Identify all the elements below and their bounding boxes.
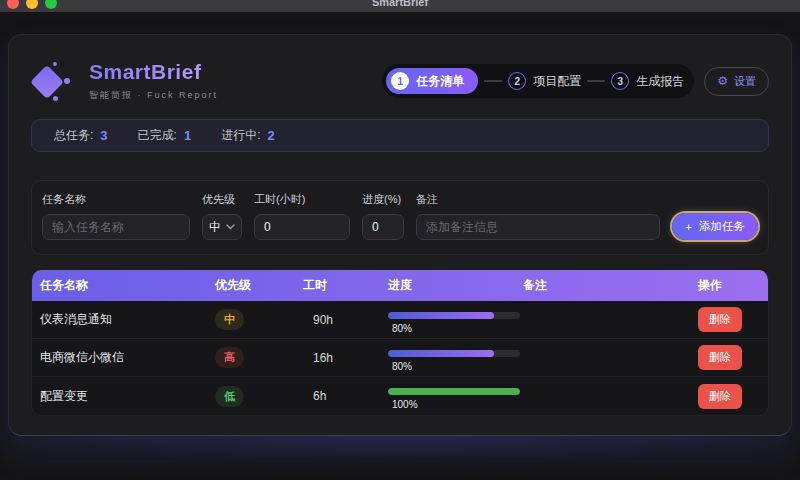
progress-percent-label: 100% <box>388 399 523 410</box>
priority-badge: 高 <box>215 347 244 368</box>
task-name-input[interactable] <box>42 214 190 240</box>
hours-cell: 16h <box>303 351 388 365</box>
step-project-config[interactable]: 2 项目配置 <box>508 72 581 90</box>
chevron-down-icon <box>226 224 235 230</box>
card-glow <box>40 436 760 466</box>
stat-ongoing-value: 2 <box>268 128 275 143</box>
progress-bar-track <box>388 388 520 395</box>
col-header-name: 任务名称 <box>40 277 215 294</box>
progress-percent-label: 80% <box>388 361 523 372</box>
col-header-hours: 工时 <box>303 277 388 294</box>
task-name-cell: 配置变更 <box>40 388 215 405</box>
delete-task-button[interactable]: 删除 <box>698 384 742 409</box>
window-titlebar: SmartBrief <box>0 0 800 12</box>
delete-task-button[interactable]: 删除 <box>698 345 742 370</box>
progress-cell: 100% <box>388 382 523 410</box>
step-connector <box>587 80 605 82</box>
step-number: 3 <box>611 72 629 90</box>
progress-cell: 80% <box>388 344 523 372</box>
progress-bar-fill <box>388 350 494 357</box>
progress-bar-fill <box>388 388 520 395</box>
step-number: 2 <box>508 72 526 90</box>
diamond-icon <box>30 65 64 99</box>
stat-done-value: 1 <box>184 128 191 143</box>
progress-bar-track <box>388 312 520 319</box>
wizard-stepper: 1 任务清单 2 项目配置 3 生成报告 <box>382 64 694 98</box>
table-header-row: 任务名称 优先级 工时 进度 备注 操作 <box>32 270 768 301</box>
priority-badge: 低 <box>215 386 244 407</box>
table-row: 仪表消息通知 中 90h 80% 删除 <box>32 301 768 339</box>
priority-selected-value: 中 <box>209 219 221 236</box>
priority-select[interactable]: 中 <box>202 214 242 240</box>
stat-ongoing: 进行中:2 <box>221 127 275 144</box>
main-window-card: SmartBrief 智能简报 · Fuck Report 1 任务清单 2 项… <box>8 34 792 436</box>
app-subtitle: 智能简报 · Fuck Report <box>89 89 218 102</box>
task-name-cell: 仪表消息通知 <box>40 311 215 328</box>
col-header-progress: 进度 <box>388 277 523 294</box>
stats-bar: 总任务:3 已完成:1 进行中:2 <box>31 119 769 152</box>
progress-bar-track <box>388 350 520 357</box>
progress-input[interactable] <box>362 214 404 240</box>
progress-cell: 80% <box>388 306 523 334</box>
hours-cell: 90h <box>303 313 388 327</box>
priority-label: 优先级 <box>202 192 242 207</box>
task-name-label: 任务名称 <box>42 192 190 207</box>
add-task-form: 任务名称 优先级 中 工时(小时) 进度(%) 备注 + 添加任务 <box>31 180 769 255</box>
app-title: SmartBrief <box>89 60 218 84</box>
hours-input[interactable] <box>254 214 350 240</box>
stat-total-value: 3 <box>100 128 107 143</box>
delete-task-button[interactable]: 删除 <box>698 307 742 332</box>
settings-label: 设置 <box>734 74 756 89</box>
note-label: 备注 <box>416 192 660 207</box>
app-header: SmartBrief 智能简报 · Fuck Report 1 任务清单 2 项… <box>31 35 769 111</box>
step-label: 生成报告 <box>636 73 684 90</box>
task-name-cell: 电商微信小微信 <box>40 349 215 366</box>
step-generate-report[interactable]: 3 生成报告 <box>611 72 684 90</box>
app-logo-icon <box>31 59 75 103</box>
progress-percent-label: 80% <box>388 323 523 334</box>
gear-icon: ⚙ <box>717 75 728 87</box>
table-row: 电商微信小微信 高 16h 80% 删除 <box>32 339 768 377</box>
note-input[interactable] <box>416 214 660 240</box>
progress-bar-fill <box>388 312 494 319</box>
plus-icon: + <box>685 221 692 233</box>
stat-total: 总任务:3 <box>54 127 108 144</box>
progress-label: 进度(%) <box>362 192 404 207</box>
settings-button[interactable]: ⚙ 设置 <box>704 67 769 96</box>
add-task-button[interactable]: + 添加任务 <box>672 213 758 240</box>
col-header-priority: 优先级 <box>215 277 303 294</box>
step-label: 任务清单 <box>416 73 464 90</box>
col-header-action: 操作 <box>698 277 760 294</box>
hours-cell: 6h <box>303 389 388 403</box>
step-connector <box>484 80 502 82</box>
task-table: 任务名称 优先级 工时 进度 备注 操作 仪表消息通知 中 90h 80% 删除… <box>31 270 769 416</box>
brand: SmartBrief 智能简报 · Fuck Report <box>31 59 218 103</box>
step-task-list[interactable]: 1 任务清单 <box>386 68 478 94</box>
window-title: SmartBrief <box>0 0 800 8</box>
col-header-note: 备注 <box>523 277 698 294</box>
priority-badge: 中 <box>215 309 244 330</box>
stat-done: 已完成:1 <box>138 127 192 144</box>
step-label: 项目配置 <box>533 73 581 90</box>
hours-label: 工时(小时) <box>254 192 350 207</box>
step-number: 1 <box>391 72 409 90</box>
table-row: 配置变更 低 6h 100% 删除 <box>32 377 768 415</box>
